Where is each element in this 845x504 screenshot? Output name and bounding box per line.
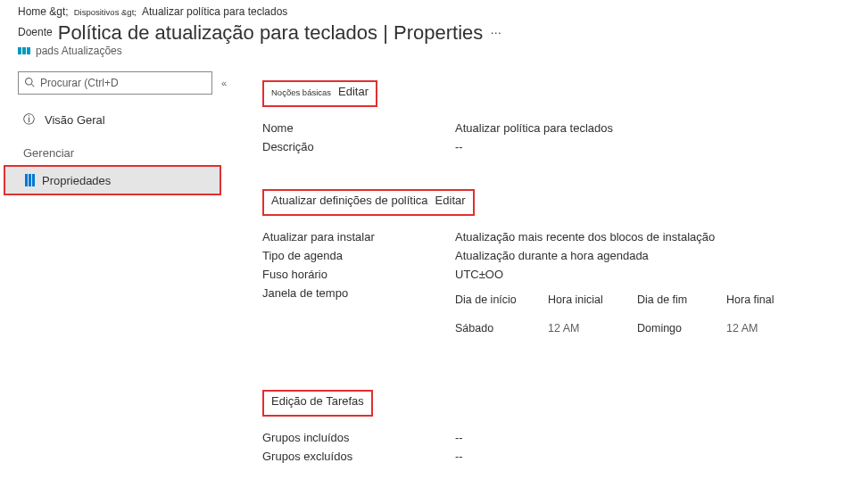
policy-sched-key: Tipo de agenda	[262, 249, 455, 262]
svg-line-1	[31, 84, 34, 87]
annotation-box-properties: Propriedades	[4, 165, 221, 195]
policy-install-key: Atualizar para instalar	[262, 230, 455, 244]
tw-h-starttime: Hora inicial	[548, 293, 637, 306]
basics-name-key: Nome	[262, 121, 455, 135]
section-assignments-header: Edição de Tarefas	[262, 390, 373, 417]
basics-name-val: Atualizar política para teclados	[455, 121, 613, 135]
page-title: Política de atualização para teclados | …	[58, 21, 484, 45]
search-placeholder: Procurar (Ctrl+D	[40, 77, 119, 89]
search-icon	[24, 77, 35, 90]
policy-tz-val: UTC±OO	[455, 268, 503, 281]
basics-desc-key: Descrição	[262, 140, 455, 153]
section-policy-header: Atualizar definições de política Editar	[262, 189, 475, 216]
time-window-row: Sábado 12 AM Domingo 12 AM	[455, 322, 826, 335]
left-nav: Procurar (Ctrl+D « ⓘ Visão Geral Gerenci…	[0, 66, 232, 468]
section-assignments-title: Edição de Tarefas	[271, 394, 364, 408]
time-window-header: Dia de início Hora inicial Dia de fim Ho…	[455, 293, 826, 306]
collapse-nav-icon[interactable]: «	[221, 78, 227, 88]
breadcrumb-devices[interactable]: Dispositivos &gt;	[74, 7, 137, 17]
policy-sched-val: Atualização durante a hora agendada	[455, 249, 649, 262]
basics-desc-val: --	[455, 140, 463, 153]
nav-section-manage: Gerenciar	[18, 134, 232, 165]
content-pane: Noções básicas Editar Nome Atualizar pol…	[232, 66, 845, 468]
tw-endday: Domingo	[637, 322, 726, 335]
nav-overview-label: Visão Geral	[45, 113, 105, 127]
policy-install-val: Atualização mais recente dos blocos de i…	[455, 230, 715, 244]
nav-overview[interactable]: ⓘ Visão Geral	[18, 105, 232, 134]
tw-starttime: 12 AM	[548, 322, 637, 335]
section-basics-header: Noções básicas Editar	[262, 80, 377, 107]
assign-exc-key: Grupos excluídos	[262, 450, 455, 463]
edit-basics-link[interactable]: Editar	[338, 85, 369, 98]
title-ellipsis-icon[interactable]: …	[490, 23, 501, 37]
tw-h-endday: Dia de fim	[637, 293, 726, 306]
search-input[interactable]: Procurar (Ctrl+D	[18, 71, 212, 95]
edit-policy-link[interactable]: Editar	[435, 194, 466, 207]
page-header: Doente Política de atualização para tecl…	[0, 21, 845, 66]
nav-properties-label: Propriedades	[42, 174, 111, 187]
nav-properties[interactable]: Propriedades	[5, 167, 220, 194]
section-policy-title: Atualizar definições de política	[271, 194, 428, 207]
assign-exc-val: --	[455, 450, 463, 463]
subhead-text: pads Atualizações	[36, 45, 122, 57]
breadcrumb-current: Atualizar política para teclados	[142, 5, 287, 18]
tw-h-endtime: Hora final	[726, 293, 816, 306]
properties-icon	[25, 174, 35, 186]
breadcrumb-home[interactable]: Home &gt;	[18, 5, 69, 18]
assign-inc-key: Grupos incluídos	[262, 431, 455, 444]
stack-icon	[18, 47, 30, 54]
tw-endtime: 12 AM	[726, 322, 816, 335]
tw-startday: Sábado	[455, 322, 548, 335]
svg-point-0	[26, 78, 33, 85]
assign-inc-val: --	[455, 431, 463, 444]
doente-label: Doente	[18, 26, 53, 38]
section-basics-title: Noções básicas	[271, 87, 331, 97]
tw-h-startday: Dia de início	[455, 293, 548, 306]
policy-tw-key: Janela de tempo	[262, 286, 455, 335]
info-icon: ⓘ	[23, 112, 39, 128]
breadcrumb: Home &gt; Dispositivos &gt; Atualizar po…	[0, 0, 845, 21]
policy-tz-key: Fuso horário	[262, 268, 455, 281]
